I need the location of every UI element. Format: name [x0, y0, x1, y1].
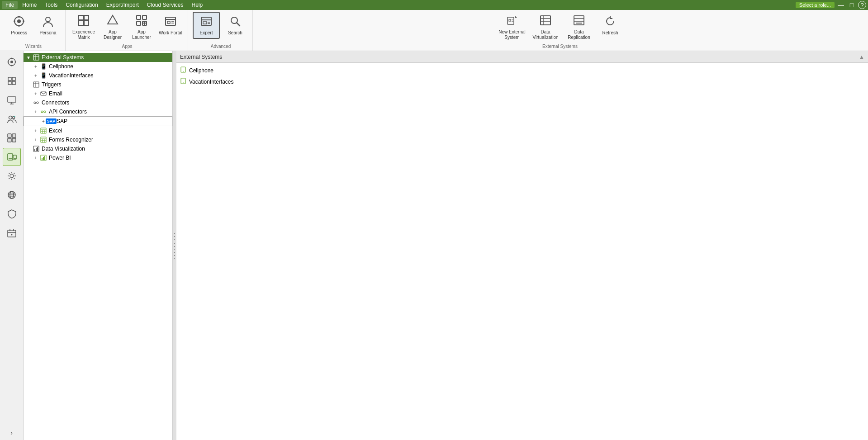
content-row-vacation-interfaces[interactable]: VacationInterfaces — [176, 76, 868, 87]
tree-item-power-bi[interactable]: + Power BI — [24, 153, 172, 162]
tree-label-email: Email — [48, 90, 62, 97]
svg-rect-93 — [41, 128, 46, 133]
tree-expander-email[interactable]: + — [33, 90, 39, 97]
menu-cloud-services[interactable]: Cloud Services — [143, 1, 187, 9]
process-button[interactable]: Process — [5, 12, 33, 39]
new-external-system-label: New External System — [498, 29, 526, 40]
apps-buttons: Experience Matrix App Designer — [70, 12, 184, 43]
sidebar-icon-grid[interactable] — [3, 129, 21, 147]
tree-expander-cellphone[interactable]: + — [33, 63, 39, 70]
sidebar-icon-screen[interactable] — [3, 91, 21, 109]
svg-rect-109 — [43, 157, 44, 160]
work-portal-button[interactable]: Work Portal — [157, 12, 184, 39]
refresh-button[interactable]: Refresh — [597, 12, 624, 39]
data-visualization-icon — [33, 145, 40, 152]
tree-item-external-systems[interactable]: ▼ External Systems — [24, 53, 172, 62]
content-header-title: External Systems — [180, 54, 222, 60]
tree-expander-forms-recognizer[interactable]: + — [33, 137, 39, 143]
svg-point-46 — [11, 58, 12, 59]
app-launcher-button[interactable]: App Launcher — [128, 12, 155, 43]
api-connectors-icon — [40, 108, 47, 115]
ribbon: Process Persona Wizards — [0, 10, 868, 51]
help-button[interactable]: ? — [858, 1, 866, 9]
menu-tools[interactable]: Tools — [41, 1, 61, 9]
svg-rect-106 — [37, 147, 38, 151]
sidebar-icon-users[interactable] — [3, 110, 21, 128]
tree-content-splitter[interactable]: ⋮ ⋮ ⋮ — [173, 51, 176, 440]
tree-label-excel: Excel — [48, 128, 62, 134]
content-header-scroll-up[interactable]: ▲ — [859, 54, 864, 60]
tree-item-api-connectors[interactable]: + API Connectors — [24, 107, 172, 116]
content-row-cellphone[interactable]: Cellphone — [176, 65, 868, 76]
sidebar-icon-process[interactable] — [3, 53, 21, 71]
svg-rect-104 — [34, 149, 35, 151]
new-external-system-icon — [506, 14, 518, 28]
svg-point-79 — [11, 234, 12, 236]
sidebar-expand-button[interactable]: › — [3, 427, 21, 438]
svg-rect-50 — [8, 77, 11, 80]
search-button[interactable]: Search — [222, 12, 249, 39]
svg-rect-25 — [203, 22, 207, 24]
expert-button[interactable]: Expert — [193, 12, 220, 39]
content-cellphone-icon — [180, 66, 186, 74]
menu-help[interactable]: Help — [188, 1, 207, 9]
persona-button[interactable]: Persona — [34, 12, 62, 39]
menu-export-import[interactable]: Export/Import — [103, 1, 142, 9]
user-role-badge[interactable]: Select a role... — [796, 2, 835, 8]
menu-file[interactable]: File — [2, 1, 18, 9]
data-replication-button[interactable]: Data Replication — [563, 12, 595, 43]
tree-expander-vacation-interfaces[interactable]: + — [33, 72, 39, 79]
tree-label-vacation-interfaces: VacationInterfaces — [48, 72, 94, 79]
email-icon — [40, 90, 47, 97]
sidebar-icon-settings2[interactable] — [3, 167, 21, 185]
svg-point-3 — [18, 25, 20, 27]
svg-rect-36 — [541, 16, 550, 25]
tree-expander-excel[interactable]: + — [33, 128, 39, 134]
external-systems-group-label: External Systems — [542, 43, 578, 49]
svg-rect-20 — [167, 21, 170, 24]
svg-rect-98 — [41, 137, 46, 142]
tree-item-triggers[interactable]: + Triggers — [24, 80, 172, 89]
maximize-button[interactable]: □ — [847, 0, 856, 9]
sidebar-icon-device[interactable] — [3, 148, 21, 166]
svg-point-91 — [44, 111, 46, 113]
tree-label-forms-recognizer: Forms Recognizer — [48, 137, 93, 143]
menu-configuration[interactable]: Configuration — [62, 1, 101, 9]
tree-item-vacation-interfaces[interactable]: + 📱 VacationInterfaces — [24, 71, 172, 80]
tree-expander-external-systems[interactable]: ▼ — [25, 54, 32, 61]
expert-icon — [200, 15, 213, 29]
tree-item-excel[interactable]: + Excel — [24, 126, 172, 135]
tree-item-connectors[interactable]: + Connectors — [24, 98, 172, 107]
content-vacation-label: VacationInterfaces — [189, 79, 234, 85]
tree-label-power-bi: Power BI — [48, 155, 71, 161]
apps-group-label: Apps — [122, 43, 133, 49]
new-external-system-button[interactable]: New External System — [496, 12, 528, 43]
menu-home[interactable]: Home — [19, 1, 40, 9]
tree-item-sap[interactable]: + SAP SAP — [24, 116, 172, 126]
sidebar-icon-layers[interactable] — [3, 72, 21, 90]
tree-label-sap: SAP — [56, 118, 67, 124]
content-cellphone-label: Cellphone — [189, 67, 213, 74]
svg-rect-83 — [33, 82, 39, 87]
tree-expander-power-bi[interactable]: + — [33, 155, 39, 161]
tree-item-data-visualization[interactable]: + Data Visualization — [24, 144, 172, 153]
app-designer-button[interactable]: App Designer — [99, 12, 126, 43]
sidebar-icon-shield[interactable] — [3, 205, 21, 223]
ribbon-group-wizards: Process Persona Wizards — [2, 10, 66, 51]
minimize-button[interactable]: — — [836, 0, 845, 9]
wizards-group-label: Wizards — [25, 43, 42, 49]
tree-expander-api-connectors[interactable]: + — [33, 109, 39, 115]
sidebar-icon-calendar[interactable] — [3, 224, 21, 242]
svg-point-90 — [41, 111, 43, 113]
tree-item-cellphone[interactable]: + 📱 Cellphone — [24, 62, 172, 71]
work-portal-label: Work Portal — [159, 30, 182, 36]
sidebar-icon-globe[interactable] — [3, 186, 21, 204]
top-controls: Select a role... — □ ? — [796, 0, 866, 9]
tree-item-forms-recognizer[interactable]: + Forms Recognizer — [24, 135, 172, 144]
data-virtualization-button[interactable]: Data Virtualization — [530, 12, 561, 43]
process-icon — [13, 15, 25, 29]
left-sidebar: › — [0, 51, 24, 440]
experience-matrix-button[interactable]: Experience Matrix — [70, 12, 97, 43]
content-header: External Systems ▲ — [176, 51, 868, 63]
tree-item-email[interactable]: + Email — [24, 89, 172, 98]
